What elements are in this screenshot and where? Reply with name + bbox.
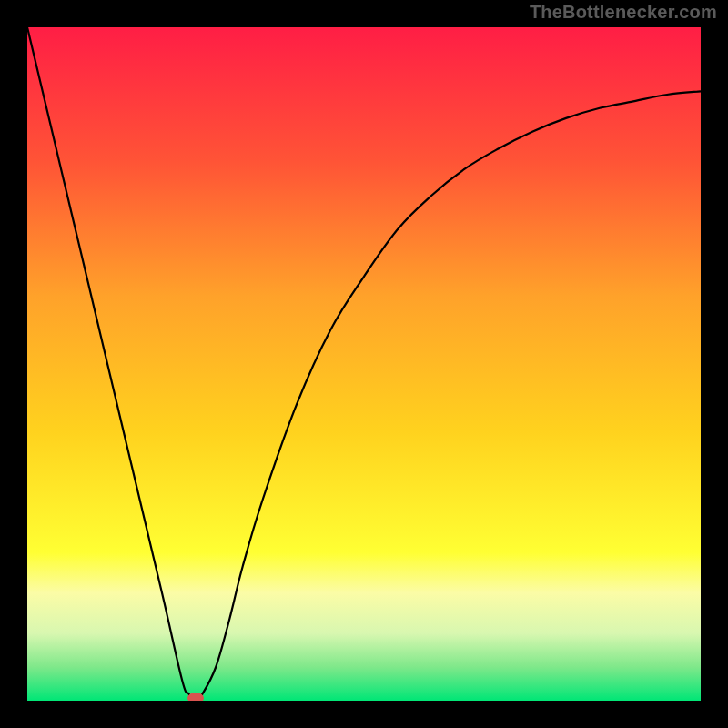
chart-frame: TheBottlenecker.com (0, 0, 728, 728)
gradient-background (27, 27, 701, 701)
plot-area (27, 27, 701, 701)
attribution-label: TheBottlenecker.com (530, 2, 717, 23)
chart-svg (27, 27, 701, 701)
